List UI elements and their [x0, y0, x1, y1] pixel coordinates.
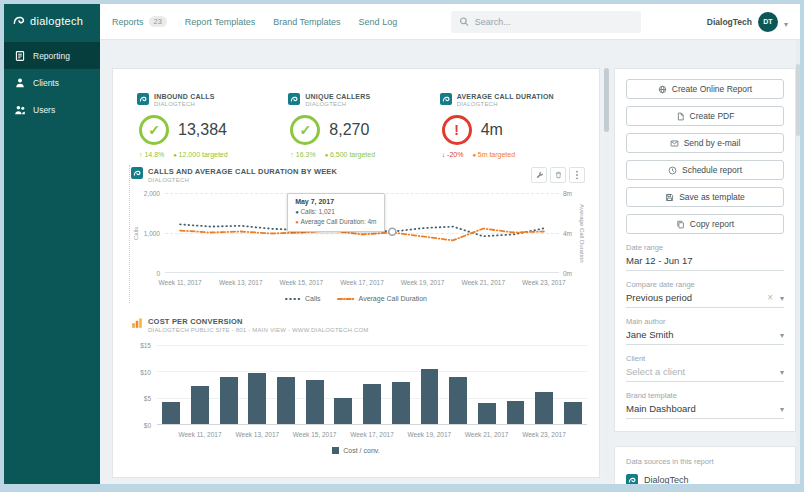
- bar: [558, 345, 587, 424]
- legend-item-calls[interactable]: Calls: [285, 295, 321, 302]
- status-check-icon: [290, 115, 320, 145]
- field-label: Brand template: [626, 391, 784, 400]
- axis-tick: 8m: [563, 190, 572, 197]
- kpi-inbound-calls[interactable]: INBOUND CALLS DIALOGTECH 13,384 14.8% 12…: [137, 93, 288, 158]
- bar-chart-bars: [157, 345, 587, 424]
- user-menu[interactable]: DialogTech DT: [707, 12, 788, 32]
- dialogtech-icon: [288, 93, 300, 105]
- sidebar-item-label: Reporting: [33, 51, 70, 61]
- line-chart-plot[interactable]: May 7, 2017 Calls: 1,021 Average Call Du…: [165, 193, 559, 273]
- dialogtech-icon: [626, 474, 638, 484]
- save-as-template-button[interactable]: Save as template: [626, 187, 784, 207]
- chevron-down-icon: [784, 13, 788, 31]
- date-range-field[interactable]: Date range Mar 12 - Jun 17: [626, 243, 784, 271]
- dialogtech-icon: [131, 167, 143, 179]
- line-right-ticks: 0m4m8m: [559, 193, 577, 273]
- chevron-down-icon: [780, 329, 784, 340]
- client-field[interactable]: Client Select a client: [626, 354, 784, 382]
- sidebar: dialogtech Reporting Clients Users: [4, 4, 100, 484]
- search-box[interactable]: [451, 11, 641, 33]
- line-right-axis-label: Average Call Duration: [577, 193, 587, 273]
- chevron-down-icon: [780, 292, 784, 303]
- axis-tick: $0: [144, 422, 151, 429]
- compare-date-range-field[interactable]: Compare date range Previous period: [626, 280, 784, 308]
- legend-item-cost[interactable]: Cost / conv.: [332, 447, 379, 454]
- line-chart-header: CALLS AND AVERAGE CALL DURATION BY WEEK …: [131, 167, 585, 183]
- client-select[interactable]: Select a client: [626, 366, 784, 382]
- bar: [329, 345, 358, 424]
- bar-chart-subtitle: DIALOGTECH PUBLIC SITE - 801 - MAIN VIEW…: [148, 327, 369, 333]
- widget-more-button[interactable]: [569, 167, 585, 183]
- nav-reports-label: Reports: [112, 17, 144, 27]
- bar-chart-plot[interactable]: [157, 345, 587, 425]
- kpi-target: 5m targeted: [472, 151, 515, 158]
- x-axis-label: Week 19, 2017: [408, 431, 452, 438]
- kpi-source: DIALOGTECH: [154, 101, 215, 107]
- kpi-unique-callers[interactable]: UNIQUE CALLERS DIALOGTECH 8,270 16.3% 6,…: [288, 93, 439, 158]
- pdf-icon: [676, 112, 685, 121]
- brand-template-select[interactable]: Main Dashboard: [626, 403, 784, 419]
- nav-brand-templates[interactable]: Brand Templates: [273, 17, 340, 27]
- axis-tick: 0: [156, 270, 160, 277]
- scrollbar-thumb[interactable]: [604, 68, 609, 132]
- line-left-ticks: 01,0002,000: [141, 193, 165, 273]
- report-scrollbar[interactable]: [604, 68, 609, 478]
- legend-item-duration[interactable]: Average Call Duration: [337, 295, 427, 302]
- x-axis-label: Week 13, 2017: [219, 279, 263, 286]
- axis-tick: 1,000: [144, 230, 160, 237]
- widget-guide-line: [129, 165, 130, 303]
- kpi-source: DIALOGTECH: [305, 101, 370, 107]
- kpi-target: 12,000 targeted: [173, 151, 227, 158]
- field-label: Compare date range: [626, 280, 784, 289]
- nav-report-templates[interactable]: Report Templates: [185, 17, 255, 27]
- create-pdf-button[interactable]: Create PDF: [626, 106, 784, 126]
- sidebar-item-users[interactable]: Users: [4, 96, 100, 123]
- create-online-report-button[interactable]: Create Online Report: [626, 79, 784, 99]
- person-icon: [14, 77, 26, 89]
- chevron-down-icon: [780, 366, 784, 377]
- sidebar-item-reporting[interactable]: Reporting: [4, 42, 100, 69]
- kpi-delta: 16.3%: [290, 151, 315, 158]
- sidebar-item-clients[interactable]: Clients: [4, 69, 100, 96]
- kpi-title: AVERAGE CALL DURATION: [457, 93, 554, 100]
- highlighted-point: [389, 228, 396, 235]
- axis-tick: $5: [144, 395, 151, 402]
- main-author-field[interactable]: Main author Jane Smith: [626, 317, 784, 345]
- copy-report-button[interactable]: Copy report: [626, 214, 784, 234]
- bar: [358, 345, 387, 424]
- avatar: DT: [758, 12, 778, 32]
- chevron-down-icon: [780, 403, 784, 414]
- line-left-axis-label: Calls: [131, 193, 141, 273]
- bar: [243, 345, 272, 424]
- date-range-value[interactable]: Mar 12 - Jun 17: [626, 255, 784, 271]
- schedule-report-button[interactable]: Schedule report: [626, 160, 784, 180]
- nav-reports[interactable]: Reports 23: [112, 16, 167, 27]
- scrollbar-thumb[interactable]: [796, 64, 800, 136]
- nav-send-log[interactable]: Send Log: [359, 17, 398, 27]
- widget-delete-button[interactable]: [550, 167, 566, 183]
- kpi-average-call-duration[interactable]: AVERAGE CALL DURATION DIALOGTECH 4m -20%…: [440, 93, 591, 158]
- sidebar-item-label: Users: [33, 105, 55, 115]
- main-author-select[interactable]: Jane Smith: [626, 329, 784, 345]
- x-axis-label: Week 15, 2017: [293, 431, 337, 438]
- axis-tick: 2,000: [144, 190, 160, 197]
- send-by-email-button[interactable]: Send by e-mail: [626, 133, 784, 153]
- source-dialogtech[interactable]: DialogTech: [626, 474, 784, 484]
- widget-settings-button[interactable]: [531, 167, 547, 183]
- bar: [272, 345, 301, 424]
- brand-template-field[interactable]: Brand template Main Dashboard: [626, 391, 784, 419]
- kpi-delta: -20%: [442, 151, 464, 158]
- bar: [530, 345, 559, 424]
- legend-marker-dashdot: [337, 297, 355, 301]
- bar-y-ticks: $0$5$10$15: [131, 345, 157, 425]
- kpi-value: 8,270: [329, 121, 369, 139]
- compare-date-range-select[interactable]: Previous period: [626, 292, 784, 308]
- x-axis-label: Week 23, 2017: [522, 279, 566, 286]
- page-scrollbar[interactable]: [796, 40, 800, 484]
- clear-icon[interactable]: [767, 292, 780, 303]
- brand-logo[interactable]: dialogtech: [4, 4, 100, 42]
- bar: [300, 345, 329, 424]
- search-input[interactable]: [475, 17, 633, 27]
- bar: [415, 345, 444, 424]
- x-axis-label: Week 21, 2017: [461, 279, 505, 286]
